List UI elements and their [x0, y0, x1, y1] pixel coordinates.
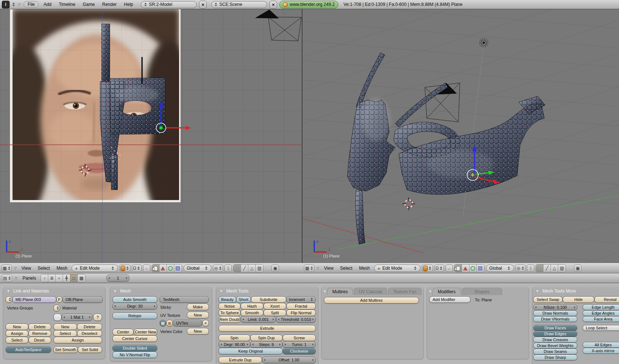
occlude-button[interactable]: ▧: [558, 265, 566, 272]
double-sided-toggle[interactable]: Double Sided: [112, 345, 157, 351]
fractal-button[interactable]: Fractal: [286, 303, 316, 309]
snap-button[interactable]: §: [224, 265, 232, 272]
screen-close-icon[interactable]: ×: [199, 1, 207, 8]
material-assign-button[interactable]: Assign: [53, 337, 102, 343]
manipulator-hand-button[interactable]: [455, 265, 462, 272]
proportional-edit-button[interactable]: ◎: [515, 265, 525, 272]
add-modifier-button[interactable]: Add Modifier: [429, 296, 471, 303]
material-help-button[interactable]: ?: [93, 314, 102, 321]
header-collapse-icon[interactable]: ▽: [316, 266, 320, 270]
window-type-updown-icon[interactable]: [12, 3, 15, 6]
all-edges-toggle[interactable]: All Edges: [583, 342, 619, 348]
spin-degrees-field[interactable]: Degr: 90.00: [218, 341, 250, 348]
shading-context-button[interactable]: ●: [56, 274, 63, 282]
limit-field[interactable]: Limit: 0.001: [241, 316, 276, 323]
tab-uv-calculate[interactable]: UV Calculat: [354, 288, 387, 295]
scene-close-icon[interactable]: ×: [269, 1, 277, 8]
header-collapse-icon[interactable]: ▽: [17, 3, 21, 6]
xsort-button[interactable]: Xsort: [263, 303, 286, 309]
split-button[interactable]: Split: [263, 309, 286, 316]
select-menu[interactable]: Select: [35, 266, 52, 271]
header-collapse-icon[interactable]: ▽: [13, 266, 17, 270]
extrude-dup-button[interactable]: Extrude Dup: [218, 357, 262, 363]
viewport-front-canvas[interactable]: z x: [0, 9, 302, 263]
rotate-manipulator-button[interactable]: [167, 265, 174, 272]
hash-button[interactable]: Hash: [241, 303, 263, 309]
fake-user-button[interactable]: F: [56, 296, 62, 303]
editing-context-button[interactable]: □: [70, 274, 78, 282]
editor-type-button[interactable]: ▦: [1, 265, 12, 272]
rem-doubles-button[interactable]: Rem Doubl: [218, 316, 241, 323]
innervert-menu[interactable]: Innervert: [286, 296, 316, 303]
menu-timeline[interactable]: Timeline: [56, 2, 78, 7]
occlude-button[interactable]: ▧: [256, 265, 263, 272]
menu-add[interactable]: Add: [41, 2, 54, 7]
translate-manipulator-button[interactable]: [160, 265, 167, 272]
face-select-button[interactable]: △: [248, 265, 256, 272]
orientation-select[interactable]: Global: [486, 265, 514, 272]
rotate-manipulator-button[interactable]: [469, 265, 477, 272]
material-delete-button[interactable]: Delete: [77, 323, 102, 330]
draw-edges-toggle[interactable]: Draw Edges: [533, 331, 577, 337]
clockwise-toggle[interactable]: Clockwise: [283, 348, 316, 354]
edge-select-button[interactable]: ╱: [543, 265, 551, 272]
material-index-field[interactable]: 1 Mat 1: [62, 314, 92, 321]
vertex-select-button[interactable]: ∷: [536, 265, 543, 272]
select-swap-button[interactable]: Select Swap: [533, 296, 563, 303]
panel-collapse-icon[interactable]: ▼: [536, 289, 539, 293]
offset-field[interactable]: Offset: 1.00: [262, 357, 316, 363]
draw-sharp-toggle[interactable]: Draw Sharp: [533, 354, 577, 360]
tab-modifiers[interactable]: Modifiers: [433, 288, 461, 295]
menu-help[interactable]: Help: [122, 2, 136, 7]
mesh-browse-button[interactable]: [6, 296, 12, 303]
spin-dup-button[interactable]: Spin Dup: [250, 335, 283, 341]
screen-selector[interactable]: SR:2-Model: [141, 1, 197, 8]
panel-collapse-icon[interactable]: ▼: [323, 290, 326, 293]
draw-seams-toggle[interactable]: Draw Seams: [533, 349, 577, 354]
pivot-point-button[interactable]: Ω: [132, 265, 141, 272]
viewport-front[interactable]: z x (1) Plane: [0, 9, 302, 263]
vgroup-remove-button[interactable]: Remove: [28, 330, 51, 337]
to-sphere-button[interactable]: To Sphere: [218, 309, 241, 316]
menu-file[interactable]: File: [24, 1, 39, 8]
reveal-button[interactable]: Reveal: [594, 296, 619, 303]
short-toggle[interactable]: Short: [236, 296, 251, 303]
panel-collapse-icon[interactable]: ▼: [7, 289, 10, 293]
panel-collapse-icon[interactable]: ▼: [429, 290, 432, 293]
edge-select-button[interactable]: ╱: [241, 265, 248, 272]
material-browse-button[interactable]: [53, 305, 60, 311]
viewport-perspective[interactable]: z x (1) Plane: [302, 9, 619, 263]
center-cursor-button[interactable]: Center Cursor: [112, 335, 157, 342]
material-select-button[interactable]: Select: [53, 330, 77, 337]
vgroup-delete-button[interactable]: Delete: [28, 323, 51, 330]
tab-shapes[interactable]: Shapes: [462, 288, 503, 295]
extrude-button[interactable]: Extrude: [218, 325, 316, 332]
select-menu[interactable]: Select: [338, 266, 355, 271]
draw-type-button[interactable]: [119, 265, 130, 272]
tab-multires[interactable]: Multires: [327, 288, 353, 295]
vgroup-new-button[interactable]: New: [6, 323, 28, 330]
autotexspace-toggle[interactable]: AutoTexSpace: [6, 346, 51, 353]
retopo-toggle[interactable]: Retopo: [112, 312, 157, 319]
sticky-make-button[interactable]: Make: [187, 304, 209, 310]
mode-select[interactable]: ▲ Edit Mode: [374, 265, 420, 272]
draw-faces-toggle[interactable]: Draw Faces: [533, 325, 577, 331]
panel-collapse-icon[interactable]: ▼: [220, 289, 223, 293]
view-menu[interactable]: View: [321, 266, 336, 271]
tab-texture-face[interactable]: Texture Fac: [388, 288, 422, 295]
mesh-menu[interactable]: Mesh: [356, 266, 372, 271]
manipulator-size-button[interactable]: ↔: [445, 265, 453, 272]
vgroup-assign-button[interactable]: Assign: [6, 330, 28, 337]
editor-type-button[interactable]: ▦: [304, 265, 314, 272]
pivot-point-button[interactable]: Ω: [434, 265, 444, 272]
material-new-button[interactable]: New: [53, 323, 77, 330]
vgroup-select-button[interactable]: Select: [6, 337, 28, 343]
add-multires-button[interactable]: Add Multires: [324, 297, 419, 304]
x-axis-mirror-toggle[interactable]: X-axis mirror: [583, 348, 619, 354]
render-preview-button[interactable]: ▣: [574, 265, 581, 272]
menu-render[interactable]: Render: [99, 2, 119, 7]
info-window-icon[interactable]: i: [2, 1, 10, 8]
subdivide-button[interactable]: Subdivide: [251, 296, 286, 303]
material-color-swatch[interactable]: [53, 314, 62, 321]
draw-creases-toggle[interactable]: Draw Creases: [533, 337, 577, 343]
